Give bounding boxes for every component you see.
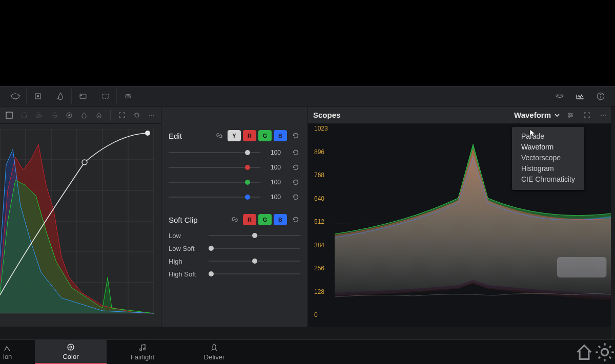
eye-stack-icon[interactable]	[549, 89, 570, 104]
svg-point-38	[82, 160, 87, 165]
mask-icon[interactable]	[4, 89, 27, 104]
home-icon[interactable]	[574, 340, 594, 364]
scope-menu-item[interactable]: Vectorscope	[519, 153, 577, 163]
curves-mode-huesat-icon[interactable]	[48, 109, 60, 121]
scope-expand-icon[interactable]	[581, 109, 593, 121]
gear-icon[interactable]	[594, 340, 615, 364]
edit-slider[interactable]	[169, 163, 260, 172]
softclip-label: High Soft	[169, 270, 204, 278]
softclip-slider[interactable]	[209, 231, 300, 240]
curves-more-icon[interactable]	[146, 109, 158, 121]
curves-mode-custom2-icon[interactable]	[93, 109, 105, 121]
drop-icon[interactable]	[49, 89, 72, 104]
svg-point-4	[80, 95, 81, 96]
svg-point-57	[601, 349, 608, 355]
svg-point-43	[571, 114, 572, 116]
softclip-pill-b[interactable]: B	[274, 214, 287, 225]
channel-pill-y[interactable]: Y	[228, 130, 241, 141]
softclip-slider-row: High Soft	[169, 270, 300, 278]
chevron-down-icon	[554, 112, 560, 118]
workspace-tab-fairlight[interactable]: Fairlight	[107, 340, 178, 364]
scope-type-menu[interactable]: ParadeWaveformVectorscopeHistogramCIE Ch…	[512, 127, 584, 190]
svg-point-22	[153, 115, 154, 116]
edit-slider-value[interactable]: 100	[264, 162, 287, 173]
scope-menu-item[interactable]: Waveform	[519, 142, 577, 153]
curves-mode-huehue-icon[interactable]	[33, 109, 45, 121]
edit-slider-value[interactable]: 100	[264, 147, 287, 158]
softclip-slider[interactable]	[209, 244, 300, 252]
scope-tick-label: 384	[314, 242, 324, 249]
edit-slider-row: 100	[169, 177, 300, 187]
edit-slider-value[interactable]: 100	[264, 192, 287, 202]
scopes-panel: Scopes Waveform 102389676864051238425612…	[308, 106, 615, 327]
softclip-reset-icon[interactable]	[291, 215, 300, 224]
softclip-link-icon[interactable]	[231, 216, 239, 224]
info-icon[interactable]	[590, 89, 611, 104]
scope-menu-item[interactable]: Parade	[519, 131, 577, 142]
workspace-tab-deliver[interactable]: Deliver	[178, 340, 250, 364]
workspace-tab-color[interactable]: Color	[35, 340, 107, 364]
svg-point-47	[605, 115, 606, 116]
scope-tick-label: 256	[314, 265, 324, 272]
edit-slider[interactable]	[169, 148, 260, 157]
curves-mode-custom1-icon[interactable]	[78, 109, 90, 121]
3d-icon[interactable]: 3D	[117, 89, 139, 104]
scope-type-label: Waveform	[514, 111, 551, 119]
workspace-tab-label: Color	[63, 353, 78, 360]
svg-point-37	[145, 131, 150, 136]
cursor-icon	[529, 129, 537, 138]
softclip-pill-g[interactable]: G	[258, 214, 272, 225]
scope-tick-label: 640	[314, 195, 324, 202]
curves-mode-lumsat-icon[interactable]	[18, 109, 30, 121]
curves-graph[interactable]	[0, 129, 154, 318]
scope-toggle-icon[interactable]	[570, 89, 590, 104]
edit-reset-icon[interactable]	[291, 131, 300, 140]
svg-point-19	[98, 116, 99, 117]
scope-menu-item[interactable]: CIE Chromaticity	[519, 174, 577, 185]
window-icon[interactable]	[72, 89, 94, 104]
color-wheel-icon	[66, 342, 75, 352]
svg-text:3D: 3D	[127, 95, 130, 98]
slider-reset-icon[interactable]	[291, 178, 300, 187]
scope-settings-icon[interactable]	[564, 109, 577, 121]
link-icon[interactable]	[215, 132, 223, 140]
curves-mode-satsat-icon[interactable]	[63, 109, 75, 121]
curves-expand-icon[interactable]	[116, 109, 128, 121]
softclip-pill-r[interactable]: R	[243, 214, 256, 225]
scope-more-icon[interactable]	[597, 109, 609, 121]
slider-reset-icon[interactable]	[291, 148, 300, 157]
edit-slider-value[interactable]: 100	[264, 177, 287, 187]
svg-rect-5	[102, 94, 109, 98]
svg-rect-11	[6, 112, 12, 118]
edit-slider-row: 100	[169, 147, 300, 158]
channel-pill-b[interactable]: B	[274, 130, 287, 141]
curves-mode-custom-icon[interactable]	[3, 109, 15, 121]
workspace-tab-partial[interactable]: ion	[0, 340, 35, 364]
crop-icon[interactable]	[94, 89, 117, 104]
edit-slider[interactable]	[169, 178, 260, 186]
scope-menu-item[interactable]: Histogram	[519, 163, 577, 174]
edit-slider[interactable]	[169, 193, 260, 201]
right-scroll-strip[interactable]	[611, 106, 615, 339]
softclip-slider[interactable]	[209, 270, 300, 278]
svg-point-21	[151, 115, 152, 116]
softclip-slider-row: Low	[169, 231, 300, 240]
slider-reset-icon[interactable]	[291, 192, 300, 202]
curves-toolbar	[0, 106, 161, 124]
slider-reset-icon[interactable]	[291, 163, 300, 172]
scope-type-dropdown[interactable]: Waveform	[514, 111, 560, 119]
scope-tick-label: 1023	[314, 125, 328, 132]
qualifier-icon[interactable]	[27, 89, 49, 104]
palette-toolstrip: 3D	[0, 86, 615, 106]
svg-point-50	[70, 346, 72, 348]
music-icon	[138, 343, 147, 352]
curves-reset-icon[interactable]	[131, 109, 142, 121]
softclip-slider[interactable]	[209, 257, 300, 265]
edit-slider-row: 100	[169, 192, 300, 202]
svg-point-42	[569, 113, 570, 114]
softclip-label: Low Soft	[169, 245, 204, 252]
channel-pill-r[interactable]: R	[243, 130, 256, 141]
channel-pill-g[interactable]: G	[258, 130, 272, 141]
scope-tick-label: 768	[314, 172, 324, 179]
svg-rect-3	[80, 94, 86, 98]
